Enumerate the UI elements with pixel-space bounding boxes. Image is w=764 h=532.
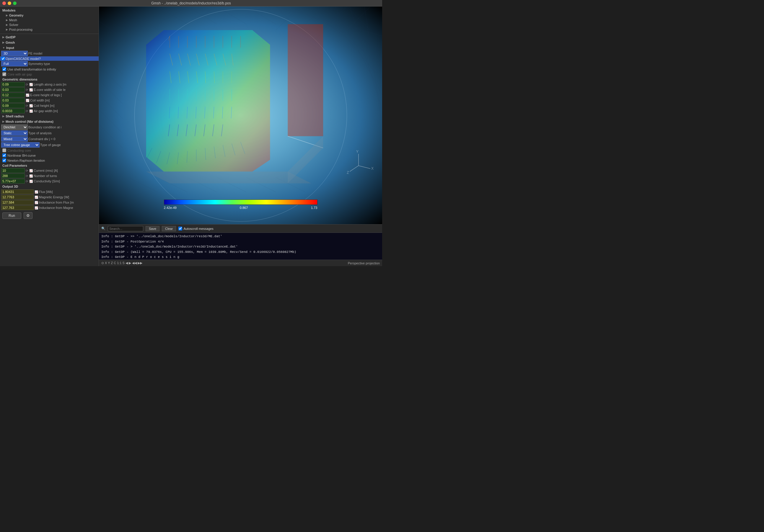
gauge-dropdown[interactable]: Tree cotree gauge [1, 142, 40, 148]
svg-marker-36 [146, 30, 270, 172]
boundary-dropdown[interactable]: Dirichlet [1, 124, 28, 130]
core-air-gap-row: Core with air gap [0, 72, 98, 77]
chart-conductivity-btn[interactable]: 📈 [29, 180, 33, 183]
inductance-flux-output [1, 200, 34, 205]
reset-turns-btn[interactable]: ⟳ [25, 174, 28, 178]
window-title: Gmsh - ../onelab_doc/models/Inductor/res… [151, 1, 231, 5]
sidebar-item-geometry[interactable]: ▶ Geometry [0, 13, 98, 18]
chart-btn-3[interactable]: 📈 [25, 99, 30, 102]
chart-flux-btn[interactable]: 📈 [34, 190, 38, 194]
sidebar-item-mesh[interactable]: ▶ Mesh [0, 18, 98, 22]
save-button[interactable]: Save [146, 226, 159, 231]
log-line-3: Info : GetDP - (Wall = 79.0376s, CPU = 1… [101, 250, 380, 255]
maximize-button[interactable] [13, 1, 17, 5]
svg-text:Z: Z [347, 171, 349, 175]
chart-btn-0[interactable]: 📈 [29, 83, 33, 86]
clear-button[interactable]: Clear [162, 226, 176, 231]
viewport-3d[interactable]: X Y Z 2.42e-49 0.867 1.73 [99, 7, 382, 224]
conductivity-input[interactable] [1, 179, 25, 184]
autoscroll-label: Autoscroll messages [183, 227, 214, 230]
fe-model-label: FE model [28, 52, 97, 55]
param-row-2: 📈 E-core height of legs [ [0, 92, 98, 98]
reset-current-btn[interactable]: ⟳ [25, 169, 28, 172]
autoscroll-checkbox[interactable] [178, 227, 182, 230]
param-input-ecore-width[interactable] [1, 87, 25, 92]
colormap-max: 1.73 [311, 206, 317, 209]
chart-btn-5[interactable]: 📈 [29, 109, 33, 113]
nonlinear-bh-checkbox[interactable] [2, 153, 6, 157]
chart-btn-2[interactable]: 📈 [25, 93, 30, 97]
chart-btn-4[interactable]: 📈 [29, 104, 33, 107]
mesh-overlay: X Y Z [99, 7, 382, 192]
static-dropdown[interactable]: Static [1, 130, 28, 136]
conducting-core-label: Conducting core [7, 149, 31, 152]
autoscroll-row[interactable]: Autoscroll messages [178, 227, 214, 230]
reset-btn-5[interactable]: ⟳ [25, 109, 28, 113]
param-label-5: Air gap width [m] [34, 109, 97, 113]
log-search-input[interactable] [108, 226, 143, 231]
symmetry-type-label: Symmetry type [28, 62, 97, 66]
newton-raphson-row[interactable]: Newton-Raphson iteration [0, 158, 98, 163]
log-line-1: Info : GetDP - PostOperation 4/4 [101, 239, 380, 245]
mag-energy-label: Magnetic Energy [W] [39, 195, 97, 199]
param-input-coil-height[interactable] [1, 103, 25, 108]
mesh-control-header[interactable]: ▶ Mesh control (Nbr of divisions) [0, 119, 98, 124]
sidebar-item-gmsh[interactable]: ▶ Gmsh [0, 40, 98, 45]
constraint-row: Mixed Constraint div j = 0 [0, 136, 98, 142]
run-mode-dropdown[interactable]: Full [1, 61, 28, 66]
svg-marker-100 [287, 136, 323, 184]
param-input-coil-width[interactable] [1, 98, 25, 103]
input-section-header[interactable]: ▼ Input [0, 45, 98, 51]
opencascade-row[interactable]: OpenCASCADE model? [0, 56, 98, 61]
sidebar-item-postprocessing[interactable]: ▶ Post-processing [0, 27, 98, 32]
run-section: Run ⚙ [0, 210, 98, 221]
reset-btn-1[interactable]: ⟳ [25, 88, 28, 91]
chart-turns-btn[interactable]: 📈 [29, 174, 33, 178]
run-button[interactable]: Run [2, 212, 21, 219]
gear-button[interactable]: ⚙ [24, 212, 33, 219]
bottom-toolbar: 🔍 Save Clear Autoscroll messages [99, 224, 382, 233]
svg-line-27 [99, 95, 122, 119]
param-label-2: E-core height of legs [ [30, 93, 97, 97]
log-line-0: Info : GetDP - >> '../onelab_doc/models/… [101, 234, 380, 239]
shell-radius-header[interactable]: ▶ Shell radius [0, 114, 98, 119]
turns-row: ⟳ 📈 Number of turns [0, 173, 98, 179]
window-controls[interactable] [2, 1, 17, 5]
reset-btn-0[interactable]: ⟳ [25, 83, 28, 86]
core-air-gap-checkbox [2, 72, 6, 76]
newton-raphson-label: Newton-Raphson iteration [7, 159, 45, 162]
svg-line-23 [99, 36, 122, 60]
shell-transform-checkbox[interactable] [2, 67, 6, 71]
param-row-1: ⟳ 📈 E-core width of side le [0, 87, 98, 92]
param-input-z-length[interactable] [1, 82, 25, 87]
fe-model-dropdown[interactable]: 3D [1, 51, 28, 56]
nonlinear-bh-row[interactable]: Nonlinear BH-curve [0, 153, 98, 158]
minimize-button[interactable] [8, 1, 11, 5]
sidebar-item-getdp[interactable]: ▶ GetDP [0, 35, 98, 40]
symmetry-row: Full Symmetry type [0, 61, 98, 67]
chart-btn-1[interactable]: 📈 [29, 88, 33, 91]
sidebar-item-solver[interactable]: ▶ Solver [0, 22, 98, 27]
solver-label: Solver [9, 23, 18, 27]
mixed-dropdown[interactable]: Mixed [1, 136, 28, 142]
chart-current-btn[interactable]: 📈 [29, 169, 33, 172]
svg-marker-99 [146, 172, 311, 183]
conducting-core-checkbox [2, 148, 6, 152]
close-button[interactable] [2, 1, 6, 5]
shell-transform-row[interactable]: Use shell transformation to infinity [0, 67, 98, 72]
reset-btn-4[interactable]: ⟳ [25, 104, 28, 107]
svg-line-9 [350, 7, 382, 110]
turns-input[interactable] [1, 174, 25, 178]
opencascade-checkbox[interactable] [1, 57, 5, 61]
param-input-ecore-height[interactable] [1, 93, 25, 97]
newton-raphson-checkbox[interactable] [2, 159, 6, 162]
chart-mag-btn[interactable]: 📈 [34, 196, 38, 199]
chart-ind-mag-btn[interactable]: 📈 [34, 206, 38, 209]
chart-ind-flux-btn[interactable]: 📈 [34, 201, 38, 204]
flux-output [1, 190, 34, 194]
reset-conductivity-btn[interactable]: ⟳ [25, 180, 28, 183]
coil-params-header: Coil Parameters [0, 163, 98, 168]
param-input-air-gap[interactable] [1, 109, 25, 113]
conductivity-row: ⟳ 📈 Conductivity [S/m] [0, 179, 98, 184]
current-input[interactable] [1, 168, 25, 173]
